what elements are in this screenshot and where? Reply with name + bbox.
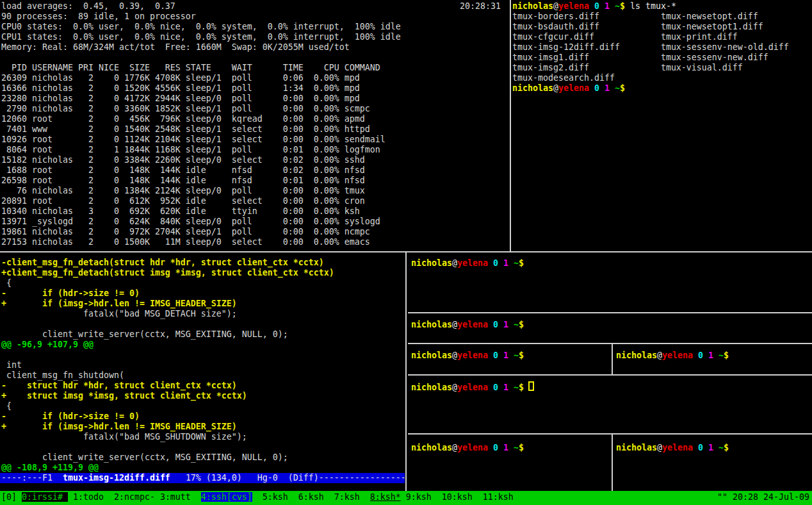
prompt-field-0: 0	[493, 351, 498, 360]
prompt-host: yelena	[558, 83, 589, 93]
prompt-at: @	[553, 83, 558, 93]
prompt-at: @	[452, 351, 457, 360]
pane-shell-3-left[interactable]: nicholas@yelena 0 1 ~$	[411, 351, 524, 361]
pane-shell-3-right[interactable]: nicholas@yelena 0 1 ~$	[616, 351, 729, 361]
window-entry-0-irssi-alert[interactable]: 0:irssi#	[22, 492, 68, 502]
session-name[interactable]: [0]	[1, 492, 22, 502]
prompt-separator	[488, 383, 493, 392]
prompt-tilde: ~	[514, 320, 519, 329]
prompt-field-0: 0	[493, 258, 498, 268]
prompt-dollar: $	[620, 1, 625, 11]
prompt-separator	[508, 320, 514, 329]
prompt-user: nicholas	[512, 83, 553, 93]
shell-prompt: nicholas@yelena 0 1 ~$	[411, 320, 524, 329]
shell-prompt-line: nicholas@yelena 0 1 ~$	[512, 83, 625, 94]
prompt-separator	[713, 443, 719, 452]
prompt-separator	[488, 351, 493, 360]
modeline-buffer-name: tmux-imsg-12diff.diff	[63, 473, 170, 483]
prompt-field-1: 1	[503, 383, 508, 392]
prompt-separator	[488, 258, 493, 268]
prompt-tilde: ~	[514, 383, 519, 392]
status-clock-date: "" 20:28 24-Jul-09	[717, 492, 809, 502]
prompt-tilde: ~	[514, 351, 519, 360]
prompt-host: yelena	[457, 351, 488, 360]
prompt-separator	[498, 320, 503, 329]
prompt-field-1: 1	[503, 351, 508, 360]
prompt-host: yelena	[558, 1, 589, 11]
pane-border-inner-h1[interactable]	[408, 312, 812, 313]
prompt-at: @	[657, 443, 662, 452]
prompt-dollar: $	[724, 351, 729, 360]
diff-context-lines: int client_msg_fn_shutdown(	[1, 350, 403, 381]
window-entries-group-3[interactable]: 9:ksh 10:ksh 11:ksh	[401, 492, 514, 502]
emacs-mode-line: ----:---F1 tmux-imsg-12diff.diff 17% (13…	[0, 473, 405, 483]
prompt-separator	[599, 83, 605, 93]
prompt-at: @	[657, 351, 662, 360]
prompt-field-0: 0	[493, 383, 498, 392]
modeline-vc-status: Hg-0	[257, 473, 278, 483]
prompt-at: @	[452, 383, 457, 392]
top-table-header: PID USERNAME PRI NICE SIZE RES STATE WAI…	[1, 63, 380, 73]
window-entry-4-ssh-current[interactable]: 4:ssh[cvs]	[201, 492, 252, 502]
prompt-tilde: ~	[615, 1, 620, 11]
prompt-field-0: 0	[698, 443, 703, 452]
prompt-tilde: ~	[615, 83, 620, 93]
prompt-separator	[693, 443, 698, 452]
diff-context-lines: {	[1, 278, 403, 288]
prompt-separator	[589, 83, 594, 93]
prompt-separator	[498, 443, 503, 452]
prompt-field-0: 0	[594, 1, 599, 11]
prompt-at: @	[553, 1, 558, 11]
pane-border-inner-h3[interactable]	[408, 374, 812, 376]
prompt-field-0: 0	[493, 320, 498, 329]
prompt-separator	[589, 1, 594, 11]
prompt-separator	[703, 351, 708, 360]
pane-shell-5-left[interactable]: nicholas@yelena 0 1 ~$	[411, 443, 524, 453]
prompt-separator	[610, 83, 615, 93]
shell-prompt: nicholas@yelena 0 1 ~$	[616, 351, 729, 360]
shell-prompt: nicholas@yelena 0 1 ~$	[411, 383, 524, 392]
prompt-separator	[508, 258, 514, 268]
prompt-separator	[488, 320, 493, 329]
prompt-host: yelena	[457, 320, 488, 329]
modeline-position: 17% (134,0)	[186, 473, 242, 483]
pane-emacs[interactable]: -client_msg_fn_detach(struct hdr *hdr, s…	[1, 258, 403, 473]
prompt-dollar: $	[519, 351, 524, 360]
pane-shell-ls[interactable]: nicholas@yelena 0 1 ~$ ls tmux-* tmux-bo…	[512, 1, 811, 250]
diff-hunk-header: @@ -108,9 +119,9 @@	[1, 463, 403, 473]
modeline-major-mode: (Diff)	[288, 473, 319, 483]
pane-shell-1[interactable]: nicholas@yelena 0 1 ~$	[411, 258, 524, 269]
window-entry-8-ksh-marked[interactable]: 8:ksh*	[370, 492, 401, 502]
pane-top-command[interactable]: load averages: 0.45, 0.39, 0.37 90 proce…	[1, 1, 508, 250]
pane-shell-4-active[interactable]: nicholas@yelena 0 1 ~$	[411, 381, 534, 393]
command-text: ls tmux-*	[625, 1, 676, 11]
prompt-host: yelena	[457, 258, 488, 268]
terminal-cursor	[528, 381, 534, 391]
prompt-dollar: $	[519, 320, 524, 329]
diff-context-lines: {	[1, 401, 403, 411]
diff-change-lines: - struct hdr *hdr, struct client_ctx *cc…	[1, 381, 403, 401]
pane-border-bottom-vertical[interactable]	[405, 252, 407, 491]
prompt-field-1: 1	[605, 83, 610, 93]
window-list: [0] 0:irssi# 1:todo 2:ncmpc- 3:mutt 4:ss…	[1, 492, 514, 502]
pane-border-inner-h2[interactable]	[408, 343, 812, 344]
shell-prompt: nicholas@yelena 0 1 ~$	[411, 351, 524, 360]
window-entries-group-2[interactable]: 5:ksh 6:ksh 7:ksh	[252, 492, 370, 502]
pane-border-top-vertical[interactable]	[510, 0, 511, 251]
modeline-separator	[242, 473, 257, 483]
pane-border-inner-h4[interactable]	[408, 433, 812, 435]
pane-shell-2[interactable]: nicholas@yelena 0 1 ~$	[411, 320, 524, 330]
pane-border-inner-v2[interactable]	[612, 435, 613, 491]
window-entries-group-1[interactable]: 1:todo 2:ncmpc- 3:mutt	[68, 492, 201, 502]
pane-border-inner-v1[interactable]	[612, 344, 613, 374]
prompt-field-0: 0	[493, 443, 498, 452]
prompt-field-1: 1	[503, 320, 508, 329]
modeline-separator	[170, 473, 186, 483]
top-process-table: 26309 nicholas 2 0 1776K 4708K sleep/1 p…	[1, 73, 386, 247]
prompt-separator	[498, 351, 503, 360]
diff-hunk-header: @@ -96,9 +107,9 @@	[1, 340, 403, 350]
prompt-field-1: 1	[708, 443, 713, 452]
prompt-separator	[610, 1, 615, 11]
pane-shell-5-right[interactable]: nicholas@yelena 0 1 ~$	[616, 443, 729, 453]
prompt-user: nicholas	[616, 443, 657, 452]
